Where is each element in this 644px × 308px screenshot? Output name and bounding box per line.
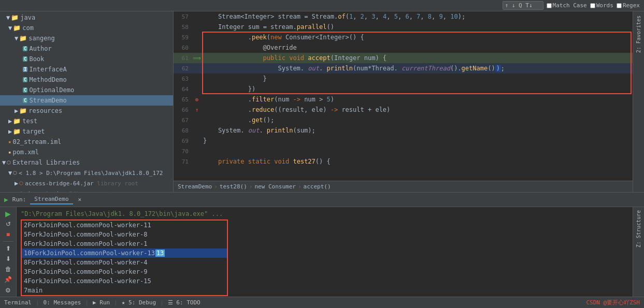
code-lines[interactable]: 57 Stream<Integer> stream = Stream.of(1,…: [174, 11, 633, 181]
folder-icon: 📁: [13, 128, 21, 135]
folder-expand-icon: ▶: [8, 128, 12, 135]
code-line-64: 64 }): [174, 84, 633, 94]
breadcrumb-item-streamdemo[interactable]: StreamDemo: [178, 183, 212, 190]
output-line-6: 3ForkJoinPool.commonPool-worker-9: [22, 267, 227, 276]
right-side-panel: 2: Favorites: [633, 11, 644, 192]
line-gutter-marker2[interactable]: ↑: [192, 107, 202, 113]
line-content: }): [202, 85, 255, 93]
status-sep-3: |: [114, 299, 118, 306]
run-label: Run:: [12, 196, 26, 203]
code-line-59: 59 .peek(new Consumer<Integer>() {: [174, 32, 633, 42]
folder-icon: 📁: [19, 35, 27, 42]
run-again-button[interactable]: ▶: [3, 209, 14, 218]
line-content: .peek(new Consumer<Integer>() {: [202, 34, 364, 41]
search-input-area[interactable]: ↑ ↓ Q T↓: [503, 1, 543, 10]
cursor-highlight: 13: [155, 250, 165, 257]
tree-item-interfacea[interactable]: I InterfaceA: [0, 64, 173, 75]
tree-item-resources[interactable]: ▶ 📁 resources: [0, 106, 173, 116]
output-line-2: 5ForkJoinPool.commonPool-worker-8: [22, 230, 227, 239]
jar-icon: ⬡: [19, 181, 23, 186]
class-icon: C: [23, 56, 27, 62]
class-icon: C: [23, 87, 27, 93]
output-line-4: 10ForkJoinPool.commonPool-worker-13 13: [22, 248, 227, 258]
tree-item-sangeng[interactable]: ▼ 📁 sangeng: [0, 33, 173, 43]
tree-item-jdk[interactable]: ▼ ⬡ < 1.8 > D:\Program Files\Java\jdk1.8…: [0, 168, 173, 178]
messages-button[interactable]: 0: Messages: [44, 299, 81, 306]
scroll-down-button[interactable]: ⬇: [3, 255, 14, 263]
debug-button[interactable]: ★ 5: Debug: [122, 299, 156, 306]
close-tab-icon[interactable]: ✕: [78, 196, 82, 203]
run-output[interactable]: "D:\Program Files\Java\jdk1. 8.0_172\bin…: [17, 207, 633, 297]
tree-item-pom[interactable]: ▪ pom.xml: [0, 147, 173, 157]
favorites-tab[interactable]: 2: Favorites: [635, 13, 642, 55]
line-content: System. out. println(sum);: [202, 127, 316, 134]
clear-output-button[interactable]: 🗑: [3, 265, 14, 274]
scroll-up-button[interactable]: ⬆: [3, 244, 14, 253]
folder-icon: 📁: [13, 24, 21, 32]
line-gutter-breakpoint[interactable]: ⟹: [192, 55, 202, 62]
status-sep-2: |: [85, 299, 89, 306]
tree-item-java[interactable]: ▼ 📁 java: [0, 12, 173, 23]
tree-item-com[interactable]: ▼ 📁 com: [0, 23, 173, 33]
line-gutter-marker[interactable]: ⊗: [192, 96, 202, 103]
jar-expand-icon: ▶: [15, 180, 18, 187]
top-toolbar: ↑ ↓ Q T↓ Match Case Words Regex: [0, 0, 644, 11]
run-tab-active[interactable]: StreamDemo: [30, 195, 73, 204]
breadcrumb-sep-3: ›: [298, 183, 302, 190]
breadcrumb: StreamDemo › test28() › new Consumer › a…: [174, 181, 633, 192]
run-status-button[interactable]: ▶ Run: [93, 299, 110, 306]
line-number: 61: [174, 55, 192, 62]
folder-expand-icon: ▶: [15, 107, 18, 114]
match-case-checkbox[interactable]: Match Case: [547, 2, 587, 9]
project-sidebar: ▼ 📁 java ▼ 📁 com ▼ 📁 sangeng C Author C …: [0, 11, 174, 192]
tree-item-target[interactable]: ▶ 📁 target: [0, 126, 173, 137]
code-line-69: 69 }: [174, 136, 633, 146]
tree-item-iml[interactable]: ▪ 02_stream.iml: [0, 137, 173, 147]
output-line-5: 8ForkJoinPool.commonPool-worker-4: [22, 258, 227, 267]
line-number: 68: [174, 127, 192, 134]
regex-checkbox[interactable]: Regex: [617, 2, 640, 9]
code-line-61: 61 ⟹ public void accept(Integer num) {: [174, 53, 633, 63]
tree-item-book[interactable]: C Book: [0, 54, 173, 64]
line-number: 64: [174, 86, 192, 93]
words-checkbox[interactable]: Words: [590, 2, 613, 9]
status-sep-4: |: [160, 299, 164, 306]
pin-button[interactable]: 📌: [3, 275, 14, 284]
code-line-63: 63 }: [174, 74, 633, 84]
line-content: @Override: [202, 44, 297, 51]
tree-item-charsets[interactable]: ▶ ⬡ charsets.jar library root: [0, 188, 173, 192]
output-red-border-box: 2ForkJoinPool.commonPool-worker-11 5Fork…: [21, 219, 228, 296]
line-content: private static void test27() {: [202, 158, 331, 165]
terminal-button[interactable]: Terminal: [4, 299, 32, 306]
output-line-3: 6ForkJoinPool.commonPool-worker-1: [22, 239, 227, 248]
structure-tab[interactable]: Z: Structure: [635, 209, 642, 248]
breadcrumb-item-accept[interactable]: accept(): [304, 183, 331, 190]
tree-item-streamdemo[interactable]: C StreamDemo: [0, 95, 173, 106]
breadcrumb-item-test28[interactable]: test28(): [220, 183, 247, 190]
tree-item-external-libs[interactable]: ▼ ⬡ External Libraries: [0, 157, 173, 168]
status-bar: Terminal | 0: Messages | ▶ Run | ★ 5: De…: [0, 297, 644, 308]
folder-expand-icon: ▼: [8, 169, 12, 177]
line-number: 62: [174, 65, 192, 72]
tree-item-test[interactable]: ▶ 📁 test: [0, 116, 173, 126]
stop-button[interactable]: ■: [3, 230, 14, 239]
breadcrumb-item-consumer[interactable]: new Consumer: [254, 183, 295, 190]
lib-icon: ⬡: [13, 170, 17, 175]
tree-item-author[interactable]: C Author: [0, 43, 173, 54]
line-content: System. out. println(num*Thread. current…: [202, 65, 505, 72]
todo-button[interactable]: ☰ 6: TODO: [168, 299, 201, 306]
arrow-marker-icon: ↑: [195, 107, 199, 113]
line-content: Integer sum = stream.parallel(): [202, 23, 334, 31]
line-number: 58: [174, 24, 192, 31]
output-command-line: "D:\Program Files\Java\jdk1. 8.0_172\bin…: [21, 209, 628, 218]
line-number: 59: [174, 34, 192, 41]
line-content: }: [202, 75, 267, 82]
tree-item-access-bridge[interactable]: ▶ ⬡ access-bridge-64.jar library root: [0, 178, 173, 188]
tree-item-optionaldemo[interactable]: C OptionalDemo: [0, 85, 173, 95]
tree-item-methoddemo[interactable]: C MethodDemo: [0, 75, 173, 85]
folder-expand-icon: ▼: [8, 24, 12, 32]
line-number: 70: [174, 148, 192, 155]
settings-button[interactable]: ⚙: [3, 286, 14, 295]
line-number: 71: [174, 158, 192, 165]
rerun-button[interactable]: ↺: [3, 219, 14, 228]
